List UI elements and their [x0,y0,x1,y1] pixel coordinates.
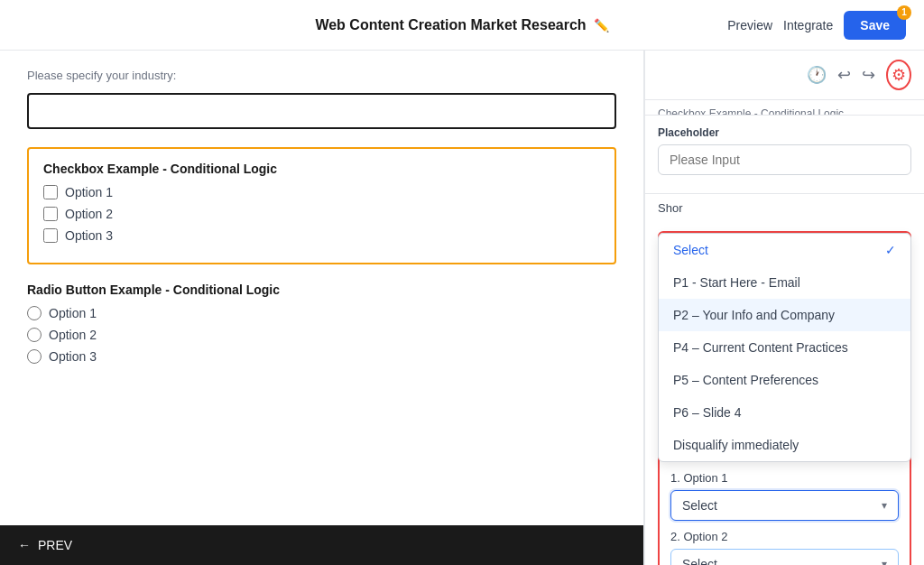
radio-3[interactable] [27,349,42,364]
title-text: Web Content Creation Market Research [315,17,586,33]
dropdown-item-p2[interactable]: P2 – Your Info and Company [659,299,910,331]
checkmark-icon: ✓ [885,243,896,257]
short-label: Shor [658,201,682,215]
cond-row-1: 1. Option 1 Select ▾ [670,471,899,521]
radio-option-1[interactable]: Option 1 [27,306,616,320]
checkbox-option-3[interactable]: Option 3 [43,228,600,243]
cond-select-1[interactable]: Select ▾ [670,490,899,521]
checkbox-1[interactable] [43,185,58,199]
industry-input[interactable] [27,93,616,129]
cond-select-2[interactable]: Select ▾ [670,549,899,565]
redo-icon[interactable]: ↪ [862,65,875,85]
checkbox-option-1[interactable]: Option 1 [43,185,600,199]
filter-icon[interactable]: ⚙ [886,60,911,90]
cond-label-1: 1. Option 1 [670,471,899,485]
conditional-logic-container: Select ✓ P1 - Start Here - Email P2 – Yo… [658,231,911,565]
cond-label-2: 2. Option 2 [670,530,899,543]
checkbox-option-2[interactable]: Option 2 [43,207,600,221]
save-button[interactable]: Save 1 [844,11,906,40]
chevron-down-icon-2: ▾ [882,558,887,565]
undo-icon[interactable]: ↩ [837,65,851,85]
placeholder-section: Placeholder [645,116,924,193]
short-text-row: Shor [645,194,924,222]
radio-section: Radio Button Example - Conditional Logic… [27,282,616,364]
prev-label: PREV [38,538,72,552]
radio-1[interactable] [27,306,42,320]
placeholder-label: Placeholder [658,126,911,139]
radio-option-2[interactable]: Option 2 [27,328,616,342]
unsaved-badge: 1 [897,5,911,20]
industry-label: Please specify your industry: [27,69,616,82]
checkbox-section: Checkbox Example - Conditional Logic Opt… [27,147,616,264]
app-header: Web Content Creation Market Research ✏️ … [0,0,924,51]
edit-icon[interactable]: ✏️ [594,18,609,32]
chevron-down-icon-1: ▾ [882,499,887,512]
dropdown-item-p4[interactable]: P4 – Current Content Practices [659,331,910,364]
radio-title: Radio Button Example - Conditional Logic [27,282,616,297]
dropdown-item-disqualify[interactable]: Disqualify immediately [659,429,910,461]
dropdown-item-select[interactable]: Select ✓ [659,234,910,266]
header-actions: Preview Integrate Save 1 [727,11,906,40]
left-panel: Please specify your industry: Checkbox E… [0,51,644,565]
dropdown-overlay: Select ✓ P1 - Start Here - Email P2 – Yo… [658,233,911,462]
checkbox-title: Checkbox Example - Conditional Logic [43,162,600,176]
radio-2[interactable] [27,328,42,342]
preview-button[interactable]: Preview [727,18,772,32]
prev-icon: ← [18,538,31,552]
panel-breadcrumb: Checkbox Example - Conditional Logic [645,100,924,116]
dropdown-item-p6[interactable]: P6 – Slide 4 [659,396,910,429]
cond-row-2: 2. Option 2 Select ▾ [670,530,899,565]
checkbox-2[interactable] [43,207,58,221]
prev-bar[interactable]: ← PREV [0,525,643,565]
dropdown-item-p5[interactable]: P5 – Content Preferences [659,364,910,396]
main-layout: Please specify your industry: Checkbox E… [0,51,924,565]
checkbox-3[interactable] [43,228,58,243]
right-toolbar: 🕐 ↩ ↪ ⚙ [645,51,924,100]
dropdown-item-p1[interactable]: P1 - Start Here - Email [659,266,910,299]
radio-option-3[interactable]: Option 3 [27,349,616,364]
conditional-body: 1. Option 1 Select ▾ 2. Option 2 Select … [660,462,910,565]
history-icon[interactable]: 🕐 [807,65,827,85]
integrate-button[interactable]: Integrate [783,18,833,32]
page-title: Web Content Creation Market Research ✏️ [315,17,608,33]
placeholder-input[interactable] [658,144,911,175]
right-panel: 🕐 ↩ ↪ ⚙ Checkbox Example - Conditional L… [644,51,924,565]
